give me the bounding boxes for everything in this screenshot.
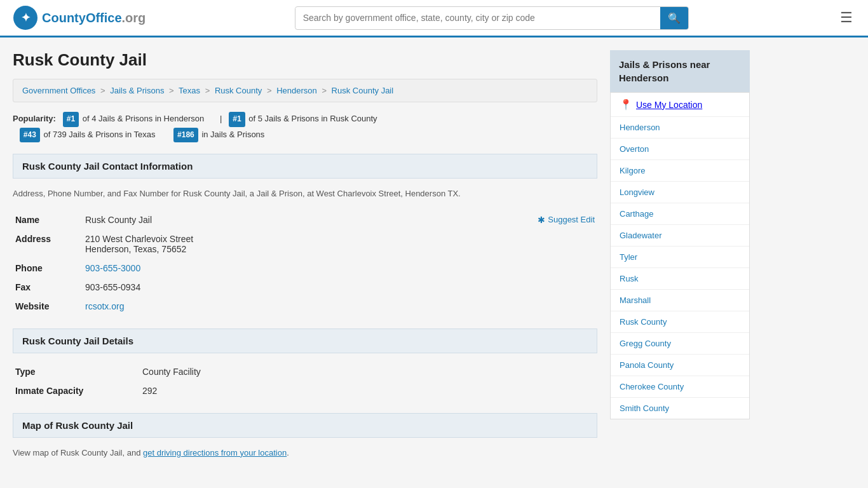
breadcrumb: Government Offices > Jails & Prisons > T…: [13, 79, 597, 102]
svg-text:✦: ✦: [21, 11, 31, 24]
sidebar-link-henderson[interactable]: Henderson: [620, 123, 660, 132]
sidebar-links: 📍 Use My Location Henderson Overton Kilg…: [610, 92, 750, 419]
sidebar-link-tyler[interactable]: Tyler: [620, 252, 637, 262]
type-label: Type: [13, 362, 140, 381]
fax-label: Fax: [13, 278, 83, 297]
content-area: Rusk County Jail Government Offices > Ja…: [13, 50, 597, 459]
sidebar-item-rusk: Rusk: [611, 268, 749, 290]
main-container: Rusk County Jail Government Offices > Ja…: [0, 37, 868, 471]
table-row: Type County Facility: [13, 362, 597, 381]
site-header: ✦ CountyOffice.org 🔍 ☰: [0, 0, 868, 37]
address-value: 210 West Charlevoix Street Henderson, Te…: [83, 229, 597, 259]
sidebar-item-rusk-county: Rusk County: [611, 311, 749, 333]
sidebar-link-panola-county[interactable]: Panola County: [620, 360, 674, 370]
sidebar-item-carthage: Carthage: [611, 203, 749, 225]
sidebar-item-gladewater: Gladewater: [611, 225, 749, 247]
suggest-edit-link[interactable]: ✱ Suggest Edit: [538, 215, 595, 225]
name-value: Rusk County Jail ✱ Suggest Edit: [83, 210, 597, 229]
sidebar-link-gladewater[interactable]: Gladewater: [620, 231, 661, 240]
sidebar-link-marshall[interactable]: Marshall: [620, 295, 651, 305]
phone-link[interactable]: 903-655-3000: [85, 263, 140, 273]
sidebar-link-overton[interactable]: Overton: [620, 144, 649, 154]
phone-value: 903-655-3000: [83, 259, 597, 278]
breadcrumb-gov-offices[interactable]: Government Offices: [22, 86, 95, 95]
page-title: Rusk County Jail: [13, 50, 597, 70]
website-link[interactable]: rcsotx.org: [85, 301, 124, 311]
name-label: Name: [13, 210, 83, 229]
contact-description: Address, Phone Number, and Fax Number fo…: [13, 187, 597, 200]
fax-value: 903-655-0934: [83, 278, 597, 297]
sidebar-item-panola-county: Panola County: [611, 355, 749, 376]
breadcrumb-current[interactable]: Rusk County Jail: [332, 86, 394, 95]
pop-badge-1: #1: [63, 112, 79, 127]
sidebar-link-gregg-county[interactable]: Gregg County: [620, 339, 671, 348]
sidebar-link-rusk-county[interactable]: Rusk County: [620, 317, 667, 327]
location-pin-icon: 📍: [620, 98, 632, 111]
table-row: Address 210 West Charlevoix Street Hende…: [13, 229, 597, 259]
breadcrumb-jails-prisons[interactable]: Jails & Prisons: [110, 86, 164, 95]
popularity-section: Popularity: #1 of 4 Jails & Prisons in H…: [13, 111, 597, 142]
capacity-value: 292: [140, 381, 597, 400]
driving-directions-link[interactable]: get driving directions from your locatio…: [143, 448, 287, 458]
sidebar-item-longview: Longview: [611, 182, 749, 203]
search-input[interactable]: [295, 8, 660, 28]
pop-badge-4: #186: [173, 128, 198, 143]
sidebar-item-marshall: Marshall: [611, 290, 749, 311]
sidebar-item-gregg-county: Gregg County: [611, 333, 749, 355]
pop-item-3: #43 of 739 Jails & Prisons in Texas: [20, 130, 158, 139]
map-description: View map of Rusk County Jail, and get dr…: [13, 447, 597, 459]
details-table: Type County Facility Inmate Capacity 292: [13, 362, 597, 400]
use-my-location-link[interactable]: Use My Location: [636, 100, 702, 110]
search-button[interactable]: 🔍: [660, 7, 688, 29]
pop-badge-2: #1: [229, 112, 245, 127]
sidebar-item-tyler: Tyler: [611, 247, 749, 268]
sidebar-link-rusk[interactable]: Rusk: [620, 274, 639, 283]
sidebar-link-cherokee-county[interactable]: Cherokee County: [620, 382, 684, 391]
menu-button[interactable]: ☰: [837, 7, 855, 29]
breadcrumb-henderson[interactable]: Henderson: [276, 86, 317, 95]
table-row: Fax 903-655-0934: [13, 278, 597, 297]
table-row: Inmate Capacity 292: [13, 381, 597, 400]
address-label: Address: [13, 229, 83, 259]
table-row: Website rcsotx.org: [13, 297, 597, 316]
sidebar-item-henderson: Henderson: [611, 117, 749, 139]
logo-text: CountyOffice.org: [42, 11, 146, 25]
website-value: rcsotx.org: [83, 297, 597, 316]
sidebar-item-cherokee-county: Cherokee County: [611, 376, 749, 398]
logo-icon: ✦: [13, 5, 38, 30]
sidebar-link-longview[interactable]: Longview: [620, 187, 654, 197]
breadcrumb-texas[interactable]: Texas: [179, 86, 200, 95]
sidebar-header: Jails & Prisons near Henderson: [610, 50, 750, 92]
sidebar-link-smith-county[interactable]: Smith County: [620, 403, 669, 413]
capacity-label: Inmate Capacity: [13, 381, 140, 400]
suggest-edit-icon: ✱: [538, 215, 545, 225]
pop-item-2: #1 of 5 Jails & Prisons in Rusk County: [229, 114, 377, 123]
contact-section-header: Rusk County Jail Contact Information: [13, 154, 597, 179]
sidebar: Jails & Prisons near Henderson 📍 Use My …: [610, 50, 750, 459]
pop-badge-3: #43: [20, 128, 40, 143]
search-box: 🔍: [295, 6, 689, 30]
popularity-label: Popularity:: [13, 114, 56, 123]
logo-area: ✦ CountyOffice.org: [13, 5, 146, 30]
pop-item-1: #1 of 4 Jails & Prisons in Henderson: [63, 114, 207, 123]
type-value: County Facility: [140, 362, 597, 381]
pop-item-4: #186 in Jails & Prisons: [173, 130, 264, 139]
sidebar-item-smith-county: Smith County: [611, 398, 749, 419]
sidebar-item-overton: Overton: [611, 139, 749, 160]
map-section-header: Map of Rusk County Jail: [13, 413, 597, 438]
sidebar-link-carthage[interactable]: Carthage: [620, 209, 653, 219]
details-section-header: Rusk County Jail Details: [13, 329, 597, 353]
phone-label: Phone: [13, 259, 83, 278]
breadcrumb-rusk-county[interactable]: Rusk County: [215, 86, 262, 95]
contact-table: Name Rusk County Jail ✱ Suggest Edit Add…: [13, 210, 597, 316]
search-area: 🔍: [295, 6, 689, 30]
table-row: Phone 903-655-3000: [13, 259, 597, 278]
sidebar-link-kilgore[interactable]: Kilgore: [620, 166, 645, 175]
table-row: Name Rusk County Jail ✱ Suggest Edit: [13, 210, 597, 229]
use-my-location-item[interactable]: 📍 Use My Location: [611, 93, 749, 117]
website-label: Website: [13, 297, 83, 316]
sidebar-item-kilgore: Kilgore: [611, 160, 749, 182]
